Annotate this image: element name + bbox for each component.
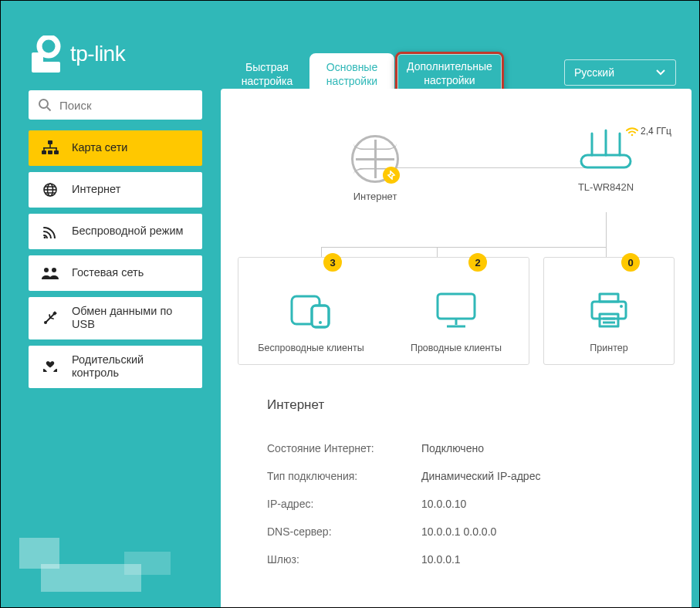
sidebar-item-label: Беспроводной режим (72, 225, 184, 238)
sidebar-item-label: Гостевая сеть (72, 266, 144, 279)
search-icon (38, 98, 52, 112)
svg-point-16 (44, 237, 46, 238)
users-icon (39, 267, 61, 279)
heart-hands-icon (39, 360, 61, 373)
svg-rect-34 (592, 302, 626, 319)
svg-line-4 (47, 107, 51, 111)
count-badge: 2 (468, 253, 487, 272)
language-select[interactable]: Русский (564, 59, 676, 86)
svg-point-18 (52, 268, 56, 272)
panel-label: Принтер (590, 343, 627, 355)
sidebar-item-label: Родительский контроль (72, 353, 191, 380)
info-row: Шлюз: 10.0.0.1 (267, 546, 668, 573)
brand-mark-icon (32, 35, 63, 73)
info-heading: Интернет (267, 397, 668, 413)
sitemap-icon (39, 140, 61, 156)
info-value: 10.0.0.1 (421, 553, 461, 566)
printer-icon (587, 287, 631, 333)
router-node[interactable]: 2,4 ГГц TL-WR842N (556, 129, 656, 193)
language-value: Русский (574, 66, 614, 79)
panel-wired-clients[interactable]: 2 Проводные клиенты (384, 258, 529, 364)
search-input[interactable] (59, 99, 206, 112)
sidebar-item-usb-sharing[interactable]: Обмен данными по USB (29, 297, 202, 339)
info-value: Динамический IP-адрес (421, 470, 540, 482)
info-row: Состояние Интернет: Подключено (267, 434, 668, 462)
internet-node[interactable]: Интернет (313, 135, 437, 202)
sidebar-item-label: Интернет (72, 183, 120, 196)
svg-rect-25 (581, 155, 631, 167)
svg-rect-5 (48, 140, 52, 144)
sidebar-item-label: Обмен данными по USB (72, 305, 191, 332)
sidebar-item-label: Карта сети (72, 141, 127, 154)
info-value: 10.0.0.1 0.0.0.0 (421, 525, 496, 538)
svg-point-29 (319, 321, 322, 324)
svg-rect-35 (600, 314, 618, 326)
svg-rect-2 (40, 62, 60, 73)
count-badge: 3 (323, 253, 342, 272)
sidebar-item-internet[interactable]: Интернет (29, 172, 202, 208)
info-key: Тип подключения: (267, 470, 421, 482)
client-panels: 3 Беспроводные клиенты 2 Проводные клиен… (238, 257, 675, 365)
main-content: Интернет 2,4 ГГц TL-WR842N (221, 89, 692, 607)
info-value: Подключено (421, 442, 484, 454)
panel-label: Проводные клиенты (411, 343, 502, 355)
devices-icon (289, 287, 333, 333)
info-key: IP-адрес: (267, 498, 421, 510)
router-model-label: TL-WR842N (556, 181, 656, 193)
band-label: 2,4 ГГц (641, 126, 671, 137)
sidebar: Карта сети Интернет Беспроводной режим Г… (29, 90, 202, 394)
decorative-square (124, 552, 171, 575)
info-value: 10.0.0.10 (421, 498, 466, 510)
info-key: Состояние Интернет: (267, 442, 421, 454)
chevron-down-icon (655, 69, 666, 76)
info-row: DNS-сервер: 10.0.0.1 0.0.0.0 (267, 518, 668, 546)
svg-rect-10 (43, 147, 57, 149)
panel-printer[interactable]: 0 Принтер (543, 257, 675, 365)
svg-point-21 (631, 134, 634, 137)
sidebar-item-parental-control[interactable]: Родительский контроль (29, 346, 202, 388)
panel-label: Беспроводные клиенты (258, 343, 364, 355)
info-row: IP-адрес: 10.0.0.10 (267, 490, 668, 518)
sidebar-item-wireless[interactable]: Беспроводной режим (29, 214, 202, 249)
status-badge-icon (383, 167, 400, 184)
map-connector-line (321, 247, 607, 248)
signal-icon (626, 126, 638, 137)
globe-icon (351, 135, 399, 183)
band-indicator: 2,4 ГГц (626, 126, 671, 137)
svg-point-38 (620, 305, 623, 308)
usb-icon (39, 310, 61, 326)
svg-point-3 (39, 100, 48, 108)
monitor-icon (433, 287, 479, 333)
network-map: Интернет 2,4 ГГц TL-WR842N (221, 89, 692, 212)
info-key: Шлюз: (267, 553, 421, 566)
brand-logo: tp-link (32, 35, 125, 73)
svg-point-17 (44, 268, 49, 272)
info-key: DNS-сервер: (267, 525, 421, 538)
sidebar-item-network-map[interactable]: Карта сети (29, 130, 202, 166)
map-connector-line (606, 212, 607, 248)
internet-node-label: Интернет (313, 191, 437, 202)
info-row: Тип подключения: Динамический IP-адрес (267, 462, 668, 490)
panel-wireless-clients[interactable]: 3 Беспроводные клиенты (238, 258, 384, 364)
internet-info-section: Интернет Состояние Интернет: Подключено … (267, 397, 668, 573)
wifi-icon (39, 225, 61, 238)
svg-rect-30 (438, 294, 475, 319)
sidebar-item-guest-network[interactable]: Гостевая сеть (29, 255, 202, 291)
svg-rect-7 (48, 150, 52, 154)
globe-icon (39, 182, 61, 198)
svg-rect-12 (56, 147, 57, 151)
brand-text: tp-link (70, 42, 125, 66)
search-box[interactable] (29, 90, 202, 120)
count-badge: 0 (621, 253, 640, 272)
svg-rect-11 (43, 147, 45, 151)
